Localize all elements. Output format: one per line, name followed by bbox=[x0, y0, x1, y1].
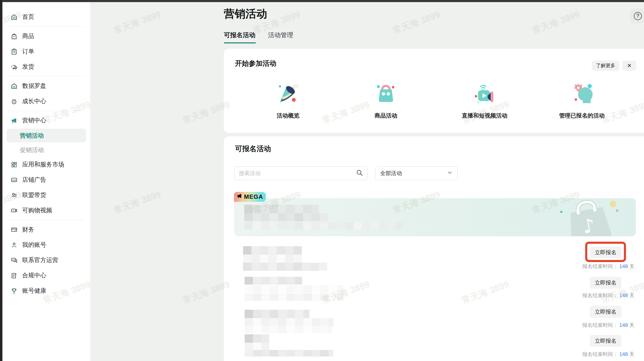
sidebar-item-label: 我的账号 bbox=[22, 241, 46, 249]
learn-more-button[interactable]: 了解更多 bbox=[592, 61, 619, 71]
window-left-edge bbox=[0, 0, 2, 361]
filter-value: 全部活动 bbox=[380, 170, 402, 177]
signup-button-1[interactable]: 立即报名 bbox=[590, 246, 621, 258]
search-icon[interactable] bbox=[356, 169, 363, 178]
promo-card-title: 开始参加活动 bbox=[235, 59, 276, 68]
deadline-days[interactable]: 148 bbox=[619, 322, 628, 328]
activities-card: 可报名活动 全部活动 MEGA ♪ bbox=[224, 136, 644, 361]
home-icon bbox=[11, 13, 18, 21]
deadline-label: 报名结束时间： bbox=[582, 264, 618, 269]
sidebar-item-label: 订单 bbox=[22, 47, 34, 55]
sidebar-item-label: 营销活动 bbox=[20, 132, 44, 140]
tab-activity-management[interactable]: 活动管理 bbox=[268, 31, 293, 43]
megaphone-icon bbox=[237, 193, 242, 200]
grid-icon bbox=[11, 161, 18, 168]
sidebar-item-account-health[interactable]: 账号健康 bbox=[2, 283, 90, 298]
sidebar-item-label: 账号健康 bbox=[22, 287, 46, 295]
sidebar-item-app-market[interactable]: 应用和服务市场 bbox=[2, 157, 90, 172]
deadline-unit: 天 bbox=[629, 322, 634, 328]
shortcut-label: 管理已报名的活动 bbox=[559, 112, 605, 120]
deadline-days[interactable]: 148 bbox=[619, 293, 628, 298]
sidebar-item-marketing-center[interactable]: 营销中心 bbox=[2, 113, 90, 128]
sidebar-item-shipping[interactable]: 发货 bbox=[2, 59, 90, 74]
sidebar-item-label: 合规中心 bbox=[22, 271, 46, 279]
signup-button-2[interactable]: 立即报名 bbox=[590, 277, 621, 289]
sidebar-divider bbox=[8, 220, 84, 220]
megaphone-icon bbox=[11, 117, 18, 124]
ad-icon: AD bbox=[11, 176, 18, 183]
page-title: 营销活动 bbox=[224, 7, 267, 21]
sidebar-item-compliance[interactable]: 合规中心 bbox=[2, 268, 90, 283]
deadline-days[interactable]: 148 bbox=[619, 264, 628, 269]
sidebar-divider bbox=[8, 76, 84, 76]
deadline-label: 报名结束时间： bbox=[582, 322, 618, 328]
signup-button-4[interactable]: 立即报名 bbox=[590, 335, 621, 347]
chevron-down-icon bbox=[447, 170, 453, 177]
help-icon: ? bbox=[634, 12, 642, 20]
sidebar-item-products[interactable]: 商品 bbox=[2, 28, 90, 44]
promo-card: 开始参加活动 了解更多 ✕ 活动概览 商品活动 bbox=[224, 49, 644, 133]
deadline-unit: 天 bbox=[629, 351, 634, 357]
deadline-row-1: 报名结束时间： 148 天 bbox=[562, 263, 634, 270]
mega-badge-label: MEGA bbox=[244, 193, 263, 200]
activity-filter-select[interactable]: 全部活动 bbox=[375, 166, 458, 180]
head-gear-icon bbox=[569, 81, 594, 108]
sidebar-item-shop-ads[interactable]: AD 店铺广告 bbox=[2, 172, 90, 187]
signup-button-3[interactable]: 立即报名 bbox=[590, 306, 621, 318]
sidebar-item-label: 发货 bbox=[22, 63, 34, 71]
search-input[interactable] bbox=[239, 170, 356, 177]
sidebar-item-label: 数据罗盘 bbox=[22, 82, 46, 90]
deadline-row-2: 报名结束时间： 148 天 bbox=[562, 292, 634, 299]
shortcut-activity-overview[interactable]: 活动概览 bbox=[255, 81, 321, 120]
shortcut-label: 商品活动 bbox=[375, 112, 397, 120]
tab-bar: 可报名活动 活动管理 bbox=[224, 31, 293, 43]
sidebar-item-label: 联盟带货 bbox=[22, 191, 46, 199]
deadline-unit: 天 bbox=[629, 293, 634, 298]
tiktok-bag-illustration: ♪ bbox=[557, 198, 629, 236]
sidebar-item-marketing-activities[interactable]: 营销活动 bbox=[7, 129, 86, 142]
sidebar-divider bbox=[8, 26, 84, 27]
deadline-row-3: 报名结束时间： 148 天 bbox=[562, 322, 634, 329]
video-icon bbox=[11, 207, 18, 214]
sidebar-item-label: 商品 bbox=[22, 32, 34, 40]
clipboard-icon bbox=[11, 48, 18, 55]
truck-icon bbox=[11, 63, 18, 70]
sidebar-item-shoppable-videos[interactable]: 可购物视频 bbox=[2, 203, 90, 218]
deadline-days[interactable]: 148 bbox=[619, 351, 628, 357]
sidebar-item-label: 成长中心 bbox=[22, 97, 46, 105]
close-icon[interactable]: ✕ bbox=[622, 61, 636, 71]
sidebar-item-contact-ops[interactable]: 联系官方运营 bbox=[2, 252, 90, 268]
people-icon bbox=[11, 192, 18, 199]
sidebar-item-finance[interactable]: 财务 bbox=[2, 222, 90, 237]
sidebar-item-orders[interactable]: 订单 bbox=[2, 44, 90, 59]
sidebar-item-home[interactable]: 首页 bbox=[2, 9, 90, 25]
medal-icon bbox=[11, 98, 18, 105]
party-popper-icon bbox=[275, 81, 301, 108]
doc-sparkle-icon bbox=[11, 272, 18, 279]
sidebar-item-label: 首页 bbox=[22, 13, 34, 21]
shortcut-manage-registered[interactable]: 管理已报名的活动 bbox=[549, 81, 615, 120]
sidebar-item-data-compass[interactable]: 数据罗盘 bbox=[2, 78, 90, 94]
sidebar-item-promotions[interactable]: 促销活动 bbox=[2, 143, 90, 157]
sidebar-item-affiliate[interactable]: 联盟带货 bbox=[2, 187, 90, 203]
mega-banner[interactable]: ♪ bbox=[234, 198, 636, 236]
mega-badge: MEGA bbox=[234, 192, 266, 202]
window-top-edge bbox=[0, 0, 644, 2]
tab-open-activities[interactable]: 可报名活动 bbox=[224, 31, 255, 43]
trophy-icon bbox=[11, 287, 18, 294]
sidebar-item-my-account[interactable]: 我的账号 bbox=[2, 237, 90, 252]
shortcut-product-activities[interactable]: 商品活动 bbox=[353, 81, 419, 120]
deadline-label: 报名结束时间： bbox=[582, 351, 618, 357]
sidebar-item-label: 营销中心 bbox=[22, 116, 46, 124]
sidebar-item-growth-center[interactable]: 成长中心 bbox=[2, 94, 90, 109]
help-button[interactable]: ? bbox=[630, 8, 644, 23]
chat-icon bbox=[11, 257, 18, 264]
sidebar-item-label: 店铺广告 bbox=[22, 176, 46, 184]
user-icon bbox=[11, 241, 18, 249]
activity-search bbox=[234, 166, 368, 180]
data-compass-icon bbox=[11, 82, 18, 90]
sidebar: 首页 商品 订单 发货 数据罗盘 成长中心 营销中心 营销活动 促销活动 应用和… bbox=[2, 2, 91, 361]
deadline-unit: 天 bbox=[629, 264, 634, 269]
sidebar-item-label: 促销活动 bbox=[20, 146, 44, 154]
shortcut-live-video-activities[interactable]: 直播和短视频活动 bbox=[452, 81, 518, 120]
